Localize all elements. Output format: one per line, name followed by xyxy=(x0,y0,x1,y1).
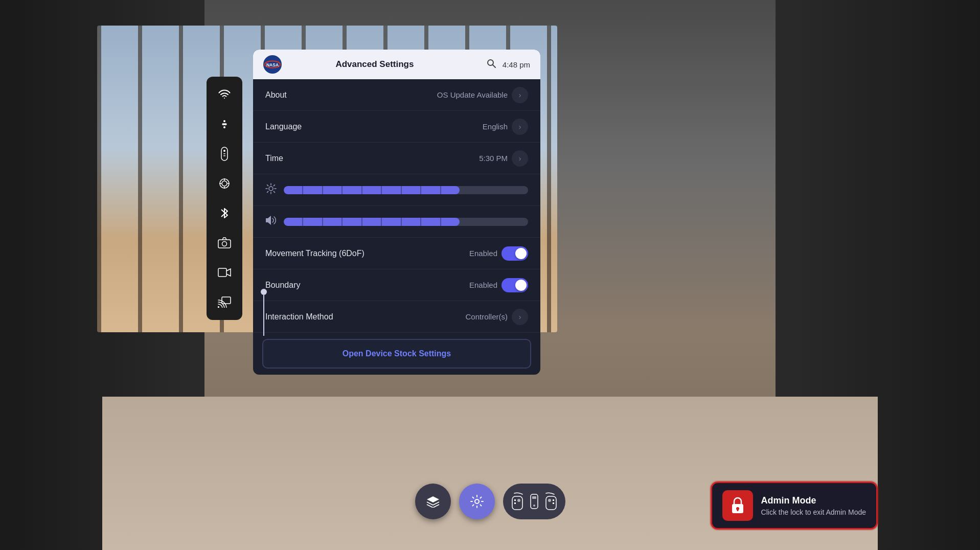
right-controller-icon xyxy=(542,492,557,511)
left-controller-icon xyxy=(511,492,527,511)
svg-point-42 xyxy=(533,505,535,507)
sidebar-item-remote[interactable] xyxy=(211,140,238,168)
boundary-knob xyxy=(515,280,527,291)
open-device-settings-button[interactable]: Open Device Stock Settings xyxy=(262,339,531,369)
taskbar xyxy=(415,484,565,519)
about-chevron: › xyxy=(512,87,528,103)
svg-rect-41 xyxy=(532,496,536,499)
admin-text: Admin Mode Click the lock to exit Admin … xyxy=(761,495,866,516)
svg-point-15 xyxy=(222,242,227,246)
svg-rect-39 xyxy=(514,502,516,504)
sidebar-item-video[interactable] xyxy=(211,259,238,286)
interaction-method-label: Interaction Method xyxy=(265,312,465,322)
interaction-method-row[interactable]: Interaction Method Controller(s) › xyxy=(253,301,540,333)
video-icon xyxy=(218,267,231,278)
cast-icon xyxy=(218,296,231,308)
sidebar-item-target[interactable] xyxy=(211,170,238,197)
movement-tracking-knob xyxy=(515,248,527,259)
svg-line-31 xyxy=(274,185,275,186)
svg-rect-7 xyxy=(223,155,225,156)
svg-rect-6 xyxy=(223,153,225,154)
svg-rect-46 xyxy=(553,502,554,504)
about-value: OS Update Available xyxy=(437,90,508,99)
admin-mode-panel: Admin Mode Click the lock to exit Admin … xyxy=(711,482,878,530)
camera-icon xyxy=(218,237,231,248)
time-label: Time xyxy=(265,154,479,163)
about-label: About xyxy=(265,90,437,100)
sidebar-item-bluetooth[interactable] xyxy=(211,199,238,227)
svg-rect-36 xyxy=(512,496,522,510)
settings-panel: NASA Advanced Settings 4:48 pm About OS … xyxy=(253,50,540,375)
sidebar-item-camera[interactable] xyxy=(211,229,238,257)
svg-point-35 xyxy=(475,499,479,503)
header-title: Advanced Settings xyxy=(263,59,486,70)
admin-mode-title: Admin Mode xyxy=(761,495,866,506)
movement-tracking-label: Movement Tracking (6DoF) xyxy=(265,249,469,258)
svg-line-23 xyxy=(493,65,495,67)
svg-point-44 xyxy=(548,499,551,502)
target-icon xyxy=(218,177,231,190)
time-chevron: › xyxy=(512,150,528,167)
time-row[interactable]: Time 5:30 PM › xyxy=(253,143,540,174)
panel-content: About OS Update Available › Language Eng… xyxy=(253,79,540,369)
time-value: 5:30 PM xyxy=(479,154,508,163)
sidebar-item-move[interactable] xyxy=(211,110,238,138)
dot-line xyxy=(263,295,264,336)
movement-tracking-row[interactable]: Movement Tracking (6DoF) Enabled xyxy=(253,238,540,269)
svg-point-2 xyxy=(223,126,225,128)
svg-point-5 xyxy=(223,150,225,152)
language-chevron: › xyxy=(512,119,528,135)
volume-slider[interactable] xyxy=(284,218,528,226)
svg-rect-38 xyxy=(514,499,516,501)
language-value: English xyxy=(483,122,508,131)
interaction-method-chevron: › xyxy=(512,309,528,325)
settings-button[interactable] xyxy=(459,484,495,519)
svg-marker-34 xyxy=(427,496,439,502)
about-row[interactable]: About OS Update Available › xyxy=(253,79,540,111)
svg-point-9 xyxy=(222,181,227,186)
layers-button[interactable] xyxy=(415,484,451,519)
brightness-row xyxy=(253,174,540,206)
svg-line-30 xyxy=(274,191,275,192)
volume-fill xyxy=(284,218,460,226)
svg-point-37 xyxy=(517,499,520,502)
svg-rect-16 xyxy=(218,268,226,277)
time-display: 4:48 pm xyxy=(503,60,530,69)
brightness-fill xyxy=(284,186,460,194)
movement-tracking-toggle[interactable] xyxy=(502,246,528,261)
phone-icon xyxy=(529,494,540,509)
admin-lock-button[interactable] xyxy=(722,490,753,521)
language-label: Language xyxy=(265,122,483,131)
movement-tracking-value: Enabled xyxy=(469,249,497,258)
move-icon xyxy=(218,118,231,130)
svg-rect-49 xyxy=(737,509,738,511)
volume-segments xyxy=(284,218,460,226)
sidebar-item-cast[interactable] xyxy=(211,288,238,316)
interaction-method-value: Controller(s) xyxy=(465,312,508,321)
boundary-label: Boundary xyxy=(265,281,469,290)
svg-point-24 xyxy=(269,187,273,191)
svg-point-17 xyxy=(218,306,219,308)
brightness-slider[interactable] xyxy=(284,186,528,194)
svg-line-29 xyxy=(267,185,268,186)
header-right: 4:48 pm xyxy=(486,58,530,71)
svg-rect-14 xyxy=(218,240,231,248)
svg-rect-43 xyxy=(546,496,556,510)
wifi-icon xyxy=(218,88,231,101)
brightness-icon xyxy=(265,183,277,197)
panel-header: NASA Advanced Settings 4:48 pm xyxy=(253,50,540,79)
sidebar-item-wifi[interactable] xyxy=(211,81,238,108)
brightness-segments xyxy=(284,186,460,194)
volume-row xyxy=(253,206,540,238)
boundary-value: Enabled xyxy=(469,281,497,289)
boundary-row[interactable]: Boundary Enabled xyxy=(253,269,540,301)
svg-point-0 xyxy=(223,120,225,122)
svg-line-32 xyxy=(267,191,268,192)
svg-rect-18 xyxy=(222,297,231,304)
dot-indicator xyxy=(261,289,267,295)
language-row[interactable]: Language English › xyxy=(253,111,540,143)
controllers-group[interactable] xyxy=(503,484,565,519)
search-icon[interactable] xyxy=(486,58,496,71)
boundary-toggle[interactable] xyxy=(502,278,528,292)
svg-rect-45 xyxy=(553,499,554,501)
